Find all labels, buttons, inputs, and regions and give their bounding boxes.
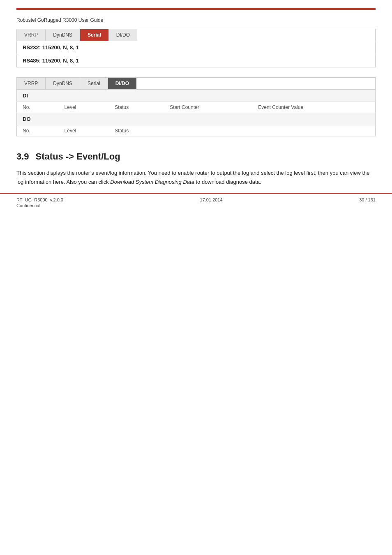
body-italic: Download System Diagnosing Data	[110, 179, 194, 185]
rs232-label: RS232: 115200, N, 8, 1	[17, 41, 376, 54]
top-border	[16, 8, 376, 10]
section-num: 3.9	[16, 151, 29, 162]
section-heading: 3.9 Status -> Event/Log	[16, 151, 376, 162]
rs485-label: RS485: 115200, N, 8, 1	[17, 54, 376, 67]
footer: RT_UG_R3000_v.2.0.0 Confidential 17.01.2…	[0, 193, 392, 211]
footer-date: 17.01.2014	[200, 197, 223, 202]
do-header-row: DO	[17, 113, 376, 125]
doc-title: Robustel GoRugged R3000 User Guide	[16, 17, 376, 23]
di-col-status: Status	[109, 102, 164, 113]
di-section-label: DI	[17, 90, 376, 102]
di-columns-row: No. Level Status Start Counter Event Cou…	[17, 102, 376, 113]
footer-confidential: Confidential	[16, 203, 63, 208]
di-col-event-counter: Event Counter Value	[252, 102, 375, 113]
section-body: This section displays the router’s event…	[16, 169, 370, 187]
section-title: Status -> Event/Log	[36, 151, 120, 162]
table-row: RS485: 115200, N, 8, 1	[17, 54, 376, 67]
dido-table: DI No. Level Status Start Counter Event …	[16, 90, 376, 136]
tab-dido-top[interactable]: DI/DO	[109, 29, 137, 41]
do-col-empty2	[252, 125, 375, 136]
second-block: VRRP DynDNS Serial DI/DO DI No. Level St…	[16, 77, 376, 136]
di-col-start-counter: Start Counter	[164, 102, 252, 113]
do-col-empty1	[164, 125, 252, 136]
do-section-label: DO	[17, 113, 376, 125]
do-columns-row: No. Level Status	[17, 125, 376, 136]
serial-info-table: RS232: 115200, N, 8, 1 RS485: 115200, N,…	[16, 41, 376, 67]
di-col-level: Level	[59, 102, 109, 113]
body-text-2: to download diagnose data.	[194, 179, 261, 185]
tab-bar-bottom: VRRP DynDNS Serial DI/DO	[16, 77, 376, 90]
tab-dyndns-bottom[interactable]: DynDNS	[46, 78, 80, 89]
footer-page: 30 / 131	[359, 197, 376, 202]
table-row: RS232: 115200, N, 8, 1	[17, 41, 376, 54]
tab-bar-top: VRRP DynDNS Serial DI/DO	[16, 29, 376, 41]
do-col-no: No.	[17, 125, 59, 136]
tab-vrrp-bottom[interactable]: VRRP	[17, 78, 46, 89]
tab-dido-bottom[interactable]: DI/DO	[108, 78, 136, 89]
tab-serial-top[interactable]: Serial	[80, 29, 109, 41]
tab-dyndns-top[interactable]: DynDNS	[46, 29, 80, 41]
di-header-row: DI	[17, 90, 376, 102]
di-col-no: No.	[17, 102, 59, 113]
tab-serial-bottom[interactable]: Serial	[80, 78, 108, 89]
page-wrapper: Robustel GoRugged R3000 User Guide VRRP …	[0, 0, 392, 211]
do-col-level: Level	[59, 125, 109, 136]
footer-left: RT_UG_R3000_v.2.0.0 Confidential	[16, 197, 63, 208]
tab-vrrp-top[interactable]: VRRP	[17, 29, 46, 41]
footer-doc-id: RT_UG_R3000_v.2.0.0	[16, 197, 63, 202]
do-col-status: Status	[109, 125, 164, 136]
